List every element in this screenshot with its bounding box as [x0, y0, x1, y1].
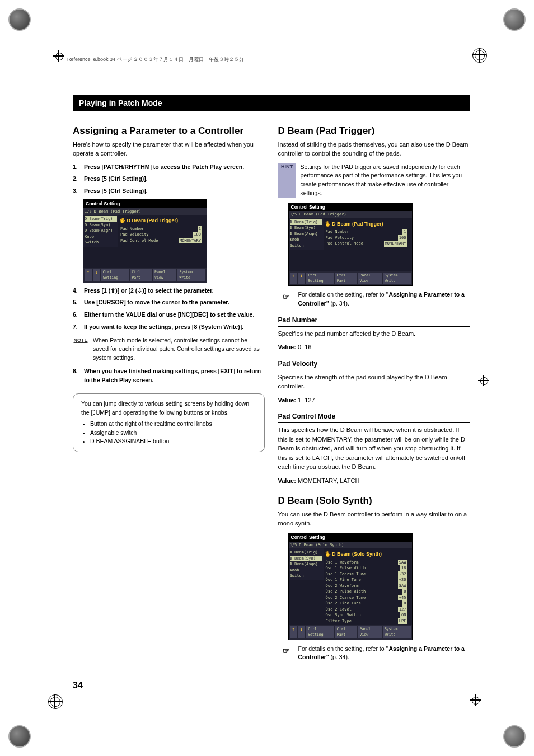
step-item: If you want to keep the settings, press … — [73, 323, 265, 332]
crop-mark-tr — [503, 8, 526, 31]
screenshot-tab: 1/5 D Beam (Pad Trigger) — [83, 208, 207, 215]
screenshot-row: Osc 1 WaveformSAW — [325, 560, 409, 566]
screenshot-side-item: Switch — [85, 240, 117, 246]
down-arrow-icon: ↓ — [93, 269, 100, 281]
register-mark-large-icon — [48, 694, 62, 708]
step-item: Press [5 (Ctrl Setting)]. — [73, 187, 265, 196]
screenshot-sidebar: D Beam(Trig)D Beam(Syn)D Beam(Asgn)KnobS… — [83, 215, 118, 247]
screenshot-softkey: System Write — [177, 269, 205, 281]
screenshot-row: Pad Control ModeMOMENTARY — [325, 241, 409, 247]
reference-block: ☞ For details on the setting, refer to "… — [278, 645, 470, 663]
register-mark-icon — [53, 50, 64, 62]
screenshot-row: Osc 2 WaveformSAW — [325, 583, 409, 589]
register-mark-icon — [478, 375, 489, 386]
screenshot-main: 🖐 D Beam (Pad Trigger)Pad Number1Pad Vel… — [118, 215, 204, 268]
screenshot-row: Osc 1 Fine Tune+20 — [325, 577, 409, 583]
crop-mark-tl — [8, 8, 31, 31]
screenshot-side-item: Knob — [290, 567, 322, 574]
screenshot-side-item: D Beam(Asgn) — [85, 228, 117, 234]
step-item: Press [5 (Ctrl Setting)]. — [73, 175, 265, 184]
up-arrow-icon: ↑ — [85, 269, 92, 281]
body-paragraph: You can use the D Beam controller to per… — [278, 510, 470, 528]
screenshot-panel-title: 🖐 D Beam (Solo Synth) — [325, 550, 409, 560]
register-mark-large-icon — [472, 48, 486, 62]
crop-mark-bl — [8, 725, 31, 748]
pointer-icon: ☞ — [278, 290, 294, 308]
screenshot-main: 🖐 D Beam (Solo Synth)Osc 1 WaveformSAWOs… — [324, 548, 410, 625]
param-desc: Specifies the pad number affected by the… — [278, 329, 470, 339]
crop-mark-br — [503, 725, 526, 748]
steps-list: When you have finished making settings, … — [73, 367, 265, 385]
screenshot-sidebar: D Beam(Trig)D Beam(Syn)D Beam(Asgn)KnobS… — [289, 218, 324, 250]
intro-paragraph: Here's how to specify the parameter that… — [73, 140, 265, 158]
screenshot-row: Osc 2 Fine Tune0 — [325, 600, 409, 607]
param-value: Value: MOMENTARY, LATCH — [278, 476, 470, 486]
screenshot-softkey: Ctrl Setting — [101, 269, 129, 281]
screenshot-side-item: D Beam(Trig) — [85, 216, 117, 222]
screenshot-softkey: Ctrl Setting — [306, 273, 334, 285]
up-arrow-icon: ↑ — [290, 626, 297, 638]
screenshot-side-item: Knob — [290, 237, 322, 243]
screenshot-row: Osc 2 Pulse Width0 — [325, 589, 409, 595]
step-item: Use [CURSOR] to move the cursor to the p… — [73, 298, 265, 307]
screenshot-side-item: Knob — [85, 234, 117, 240]
hint-icon: HINT — [278, 163, 296, 198]
lcd-screenshot: Control Setting1/5 D Beam (Pad Trigger)D… — [288, 203, 413, 287]
screenshot-side-item: D Beam(Asgn) — [290, 231, 322, 237]
step-item: When you have finished making settings, … — [73, 367, 265, 385]
step-item: Press [PATCH/RHYTHM] to access the Patch… — [73, 163, 265, 172]
reference-text: For details on the setting, refer to "As… — [298, 645, 470, 663]
screenshot-tab: 1/5 D Beam (Solo Synth) — [289, 542, 412, 549]
tip-item: Assignable switch — [90, 429, 256, 438]
screenshot-row: Pad Velocity100 — [119, 232, 203, 238]
screenshot-side-item: Switch — [290, 573, 322, 579]
screenshot-tab: 1/5 D Beam (Pad Trigger) — [289, 211, 412, 218]
divider — [73, 114, 470, 114]
screenshot-softkey: Panel View — [358, 626, 382, 638]
screenshot-softkey: Ctrl Part — [130, 269, 152, 281]
steps-list: Press [1 (⇧)] or [2 (⇩)] to select the p… — [73, 287, 265, 332]
lcd-screenshot: Control Setting1/5 D Beam (Solo Synth)D … — [288, 533, 413, 640]
pointer-icon: ☞ — [278, 645, 294, 663]
param-heading: Pad Control Mode — [278, 411, 470, 423]
up-arrow-icon: ↑ — [290, 273, 297, 285]
screenshot-softkey: System Write — [383, 626, 411, 638]
screenshot-softkey: Panel View — [153, 269, 176, 281]
steps-list: Press [PATCH/RHYTHM] to access the Patch… — [73, 163, 265, 196]
screenshot-side-item: Switch — [290, 243, 322, 249]
mode-title-bar: Playing in Patch Mode — [73, 95, 470, 111]
screenshot-button-bar: ↑↓Ctrl SettingCtrl PartPanel ViewSystem … — [289, 625, 412, 640]
step-item: Press [1 (⇧)] or [2 (⇩)] to select the p… — [73, 287, 265, 295]
screenshot-row: Osc 1 Coarse Tune-32 — [325, 571, 409, 577]
screenshot-side-item: D Beam(Syn) — [290, 556, 322, 562]
screenshot-sidebar: D Beam(Trig)D Beam(Syn)D Beam(Asgn)KnobS… — [289, 548, 324, 580]
screenshot-title: Control Setting — [289, 203, 412, 212]
down-arrow-icon: ↓ — [298, 626, 305, 638]
screenshot-main: 🖐 D Beam (Pad Trigger)Pad Number1Pad Vel… — [324, 218, 410, 271]
screenshot-side-item: D Beam(Trig) — [290, 219, 322, 226]
screenshot-title: Control Setting — [83, 200, 207, 208]
screenshot-row: Pad Velocity100 — [325, 235, 409, 241]
param-heading: Pad Number — [278, 315, 470, 327]
reference-block: ☞ For details on the setting, refer to "… — [278, 290, 470, 308]
screenshot-softkey: System Write — [383, 273, 411, 285]
screenshot-row: Pad Number1 — [119, 226, 203, 232]
screenshot-title: Control Setting — [289, 533, 412, 542]
tip-item: Button at the right of the realtime cont… — [90, 420, 256, 429]
screenshot-panel-title: 🖐 D Beam (Pad Trigger) — [119, 216, 203, 226]
register-mark-icon — [470, 694, 481, 706]
section-heading: D Beam (Pad Trigger) — [278, 125, 470, 137]
screenshot-row: Osc 2 Coarse Tune+45 — [325, 595, 409, 601]
note-block: NOTE When Patch mode is selected, contro… — [73, 336, 265, 363]
screenshot-row: Pad Number1 — [325, 229, 409, 235]
screenshot-button-bar: ↑↓Ctrl SettingCtrl PartPanel ViewSystem … — [83, 268, 207, 283]
tip-item: D BEAM ASSGINABLE button — [90, 437, 256, 446]
param-heading: Pad Velocity — [278, 359, 470, 370]
screenshot-button-bar: ↑↓Ctrl SettingCtrl PartPanel ViewSystem … — [289, 271, 412, 286]
screenshot-softkey: Panel View — [358, 273, 382, 285]
note-text: When Patch mode is selected, controller … — [93, 336, 265, 363]
step-item: Either turn the VALUE dial or use [INC][… — [73, 311, 265, 320]
screenshot-row: Osc 2 Level127 — [325, 607, 409, 613]
body-paragraph: Instead of striking the pads themselves,… — [278, 140, 470, 158]
print-header: Reference_e.book 34 ページ ２００３年７月１４日 月曜日 午… — [67, 56, 244, 64]
